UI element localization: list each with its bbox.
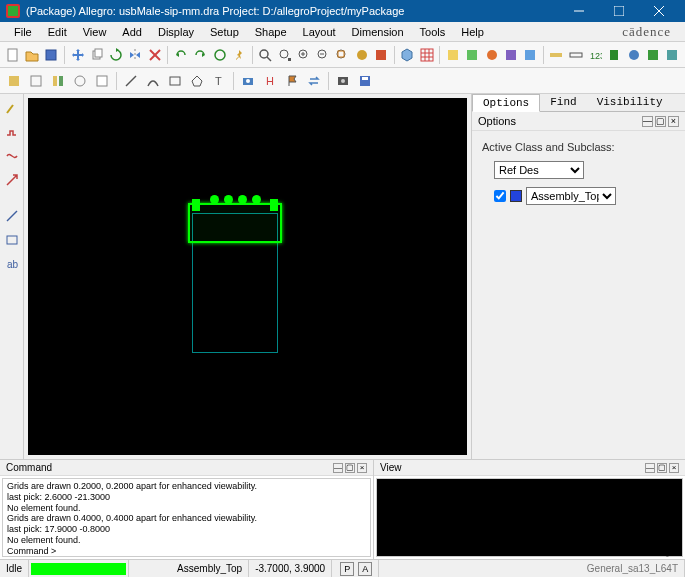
pan-icon[interactable] <box>353 45 370 65</box>
maximize-button[interactable] <box>599 0 639 22</box>
cmd-minimize-icon[interactable]: — <box>333 463 343 473</box>
disk-icon[interactable] <box>355 71 375 91</box>
minimize-button[interactable] <box>559 0 599 22</box>
tool-icon[interactable] <box>522 45 539 65</box>
svg-rect-14 <box>288 58 291 61</box>
new-file-icon[interactable] <box>4 45 21 65</box>
world-view[interactable] <box>376 478 683 557</box>
3d-view-icon[interactable] <box>399 45 416 65</box>
zoom-out-icon[interactable] <box>315 45 332 65</box>
drc-icon[interactable] <box>502 45 519 65</box>
prop-icon[interactable] <box>92 71 112 91</box>
menu-bar: File Edit View Add Display Setup Shape L… <box>0 22 685 42</box>
class-select[interactable]: Ref Des <box>494 161 584 179</box>
svg-rect-44 <box>59 76 63 86</box>
stackup-icon[interactable] <box>625 45 642 65</box>
recttool-icon[interactable] <box>2 230 22 250</box>
constraints-icon[interactable] <box>444 45 461 65</box>
arc-icon[interactable] <box>143 71 163 91</box>
zoom-in-icon[interactable] <box>295 45 312 65</box>
panel-minimize-icon[interactable]: — <box>642 116 653 127</box>
menu-layout[interactable]: Layout <box>295 24 344 40</box>
snap-icon[interactable] <box>4 71 24 91</box>
svg-text:123: 123 <box>590 51 602 61</box>
redo-icon[interactable] <box>192 45 209 65</box>
zoom-window-icon[interactable] <box>334 45 351 65</box>
panel-dock-icon[interactable]: ▢ <box>655 116 666 127</box>
bottom-panes: Command — ▢ × Grids are drawn 0.2000, 0.… <box>0 459 685 559</box>
close-button[interactable] <box>639 0 679 22</box>
poly-icon[interactable] <box>187 71 207 91</box>
subclass-color-swatch[interactable] <box>510 190 522 202</box>
report-icon[interactable] <box>644 45 661 65</box>
cmd-close-icon[interactable]: × <box>357 463 367 473</box>
svg-point-13 <box>280 50 288 58</box>
rotate-icon[interactable] <box>108 45 125 65</box>
panel-close-icon[interactable]: × <box>668 116 679 127</box>
open-file-icon[interactable] <box>23 45 40 65</box>
slide-icon[interactable] <box>2 146 22 166</box>
line-icon[interactable] <box>121 71 141 91</box>
pad-icon[interactable] <box>606 45 623 65</box>
save-icon[interactable] <box>43 45 60 65</box>
tab-visibility[interactable]: Visibility <box>587 94 673 111</box>
svg-point-52 <box>246 79 250 83</box>
menu-tools[interactable]: Tools <box>412 24 454 40</box>
select-icon[interactable] <box>664 45 681 65</box>
undo-icon[interactable] <box>172 45 189 65</box>
pick-p-button[interactable]: P <box>340 562 354 576</box>
menu-edit[interactable]: Edit <box>40 24 75 40</box>
pin-icon[interactable] <box>230 45 247 65</box>
move-icon[interactable] <box>69 45 86 65</box>
copy-icon[interactable] <box>88 45 105 65</box>
addconnect-icon[interactable] <box>2 122 22 142</box>
lineseg-icon[interactable] <box>2 206 22 226</box>
delete-icon[interactable] <box>146 45 163 65</box>
menu-help[interactable]: Help <box>453 24 492 40</box>
zoom-fit-icon[interactable] <box>276 45 293 65</box>
search-icon[interactable] <box>257 45 274 65</box>
labeltool-icon[interactable]: ab <box>2 254 22 274</box>
design-canvas[interactable] <box>28 98 467 455</box>
via-icon[interactable]: 123 <box>586 45 603 65</box>
grid2-icon[interactable] <box>26 71 46 91</box>
tab-find[interactable]: Find <box>540 94 586 111</box>
subclass-visible-checkbox[interactable] <box>494 190 506 202</box>
svg-rect-23 <box>376 50 386 60</box>
shapes-icon[interactable] <box>483 45 500 65</box>
photo-icon[interactable] <box>333 71 353 91</box>
view-dock-icon[interactable]: ▢ <box>657 463 667 473</box>
measure-icon[interactable] <box>548 45 565 65</box>
h-icon[interactable]: H <box>260 71 280 91</box>
menu-add[interactable]: Add <box>114 24 150 40</box>
align-icon[interactable] <box>48 71 68 91</box>
menu-dimension[interactable]: Dimension <box>344 24 412 40</box>
flag-icon[interactable] <box>282 71 302 91</box>
view-minimize-icon[interactable]: — <box>645 463 655 473</box>
svg-text:H: H <box>266 75 274 87</box>
addline-icon[interactable] <box>2 98 22 118</box>
camera-icon[interactable] <box>238 71 258 91</box>
refresh-icon[interactable] <box>211 45 228 65</box>
pick-a-button[interactable]: A <box>358 562 372 576</box>
menu-view[interactable]: View <box>75 24 115 40</box>
view-close-icon[interactable]: × <box>669 463 679 473</box>
grid-icon[interactable] <box>418 45 435 65</box>
arrow-icon[interactable] <box>2 170 22 190</box>
cmd-dock-icon[interactable]: ▢ <box>345 463 355 473</box>
tab-options[interactable]: Options <box>472 94 540 112</box>
text-icon[interactable]: T <box>209 71 229 91</box>
command-log[interactable]: Grids are drawn 0.2000, 0.2000 apart for… <box>2 478 371 557</box>
space-icon[interactable] <box>70 71 90 91</box>
menu-file[interactable]: File <box>6 24 40 40</box>
swap-icon[interactable] <box>304 71 324 91</box>
ruler-icon[interactable] <box>567 45 584 65</box>
menu-setup[interactable]: Setup <box>202 24 247 40</box>
subclass-select[interactable]: Assembly_Top <box>526 187 616 205</box>
layers-icon[interactable] <box>372 45 389 65</box>
nets-icon[interactable] <box>464 45 481 65</box>
mirror-icon[interactable] <box>127 45 144 65</box>
menu-display[interactable]: Display <box>150 24 202 40</box>
rect-icon[interactable] <box>165 71 185 91</box>
menu-shape[interactable]: Shape <box>247 24 295 40</box>
